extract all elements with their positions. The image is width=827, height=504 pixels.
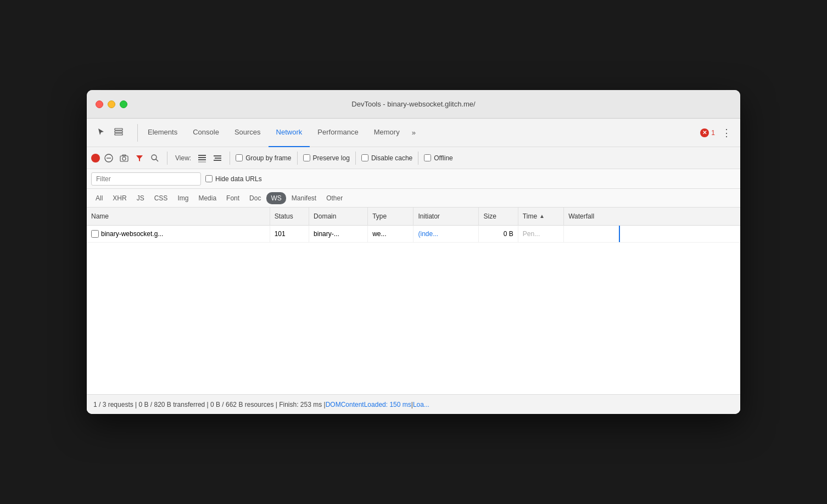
toolbar-divider-2	[167, 152, 167, 165]
group-by-frame-label[interactable]: Group by frame	[236, 154, 291, 162]
row-select-checkbox[interactable]	[91, 230, 99, 238]
tabs-row: Elements Console Sources Network Perform…	[87, 119, 740, 147]
dom-content-loaded-link[interactable]: DOMContentLoaded: 150 ms	[326, 401, 411, 408]
toolbar-divider-6	[418, 152, 418, 165]
col-header-waterfall[interactable]: Waterfall	[564, 208, 740, 225]
type-filter-font[interactable]: Font	[222, 192, 244, 204]
clear-icon	[104, 154, 113, 163]
network-table: Name Status Domain Type Initiator	[87, 208, 740, 243]
close-button[interactable]	[96, 100, 103, 108]
record-button[interactable]	[91, 154, 100, 163]
cell-size: 0 B	[479, 225, 518, 242]
type-filter-manifest[interactable]: Manifest	[287, 192, 321, 204]
svg-rect-11	[198, 157, 206, 158]
traffic-lights	[96, 100, 127, 108]
screenshot-button[interactable]	[118, 152, 131, 165]
cursor-icon-button[interactable]	[93, 125, 109, 141]
filter-icon	[135, 154, 144, 163]
more-options-button[interactable]: ⋮	[719, 125, 734, 141]
svg-rect-13	[198, 161, 206, 163]
svg-rect-16	[214, 160, 221, 161]
svg-rect-14	[214, 155, 221, 156]
clear-button[interactable]	[102, 152, 115, 165]
cell-initiator: (inde...	[413, 225, 479, 242]
type-filter-row: All XHR JS CSS Img Media Font Doc WS Man…	[87, 189, 740, 208]
svg-rect-0	[115, 128, 122, 130]
type-filter-media[interactable]: Media	[194, 192, 221, 204]
col-header-status[interactable]: Status	[270, 208, 309, 225]
tab-performance[interactable]: Performance	[310, 119, 366, 147]
waterfall-line	[619, 226, 620, 242]
layers-icon	[114, 127, 123, 138]
tabs-overflow-button[interactable]: »	[407, 128, 420, 137]
type-filter-other[interactable]: Other	[322, 192, 347, 204]
group-by-frame-checkbox[interactable]	[236, 154, 243, 161]
filter-button[interactable]	[133, 152, 146, 165]
tree-view-button[interactable]	[211, 152, 224, 165]
disable-cache-label[interactable]: Disable cache	[361, 154, 412, 162]
col-header-initiator[interactable]: Initiator	[413, 208, 479, 225]
error-badge[interactable]: ✕ 1	[700, 128, 715, 137]
hide-data-urls-checkbox[interactable]	[205, 175, 213, 182]
load-link[interactable]: Loa...	[413, 401, 429, 408]
type-filter-img[interactable]: Img	[173, 192, 193, 204]
cell-time: Pen...	[518, 225, 563, 242]
svg-rect-10	[198, 155, 206, 156]
hide-data-urls-label[interactable]: Hide data URLs	[205, 175, 262, 183]
camera-icon	[120, 154, 128, 163]
table-row[interactable]: binary-websocket.g... 101 binary-... we.…	[87, 225, 740, 242]
toolbar-divider-4	[297, 152, 298, 165]
filter-input[interactable]	[91, 172, 201, 186]
cell-status: 101	[270, 225, 309, 242]
list-view-button[interactable]	[195, 152, 209, 165]
type-filter-css[interactable]: CSS	[150, 192, 172, 204]
layers-icon-button[interactable]	[111, 125, 126, 141]
svg-line-9	[156, 159, 158, 161]
disable-cache-checkbox[interactable]	[361, 154, 368, 161]
tab-console[interactable]: Console	[185, 119, 227, 147]
title-bar: DevTools - binary-websocket.glitch.me/	[87, 90, 740, 119]
toolbar-divider-3	[230, 152, 230, 165]
tree-view-icon	[213, 154, 222, 163]
network-table-container[interactable]: Name Status Domain Type Initiator	[87, 208, 740, 394]
offline-checkbox[interactable]	[424, 154, 431, 161]
view-label: View:	[175, 154, 191, 162]
tab-sources[interactable]: Sources	[227, 119, 269, 147]
cell-domain: binary-...	[309, 225, 368, 242]
toolbar-icons	[89, 125, 131, 141]
minimize-button[interactable]	[108, 100, 115, 108]
tab-elements[interactable]: Elements	[140, 119, 185, 147]
svg-rect-7	[122, 155, 126, 156]
type-filter-all[interactable]: All	[91, 192, 107, 204]
window-title: DevTools - binary-websocket.glitch.me/	[351, 100, 475, 108]
type-filter-doc[interactable]: Doc	[245, 192, 265, 204]
offline-label[interactable]: Offline	[424, 154, 452, 162]
devtools-window: DevTools - binary-websocket.glitch.me/	[87, 90, 740, 414]
cell-type: we...	[368, 225, 413, 242]
network-toolbar: View: Group by	[87, 147, 740, 169]
toolbar-divider	[137, 124, 138, 142]
status-text: 1 / 3 requests | 0 B / 820 B transferred…	[93, 401, 326, 408]
tab-network[interactable]: Network	[269, 119, 310, 147]
table-header-row: Name Status Domain Type Initiator	[87, 208, 740, 225]
svg-rect-15	[215, 158, 221, 159]
tab-memory[interactable]: Memory	[366, 119, 407, 147]
type-filter-ws[interactable]: WS	[266, 192, 286, 204]
search-button[interactable]	[148, 152, 161, 165]
type-filter-js[interactable]: JS	[132, 192, 149, 204]
col-header-time[interactable]: Time ▲	[518, 208, 563, 225]
type-filter-xhr[interactable]: XHR	[108, 192, 131, 204]
sort-asc-icon: ▲	[539, 213, 545, 219]
col-header-type[interactable]: Type	[368, 208, 413, 225]
col-header-name[interactable]: Name	[87, 208, 270, 225]
col-header-domain[interactable]: Domain	[309, 208, 368, 225]
devtools-body: Elements Console Sources Network Perform…	[87, 119, 740, 414]
status-bar: 1 / 3 requests | 0 B / 820 B transferred…	[87, 394, 740, 414]
svg-point-8	[152, 155, 157, 160]
svg-rect-1	[115, 131, 122, 133]
preserve-log-label[interactable]: Preserve log	[303, 154, 350, 162]
maximize-button[interactable]	[120, 100, 127, 108]
preserve-log-checkbox[interactable]	[303, 154, 310, 161]
col-header-size[interactable]: Size	[479, 208, 518, 225]
svg-rect-2	[115, 133, 122, 135]
